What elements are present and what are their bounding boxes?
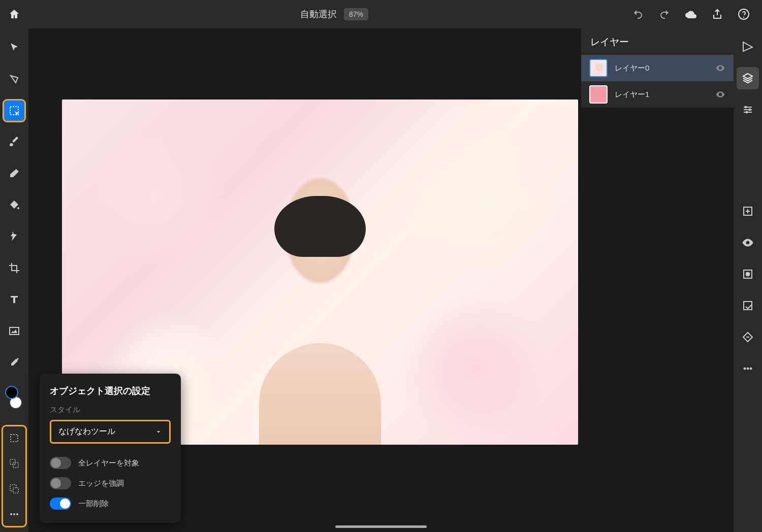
dropdown-value: なげなわツール <box>58 426 115 437</box>
toggle-label: エッジを強調 <box>78 479 124 488</box>
layers-panel-title: レイヤー <box>581 28 734 55</box>
layer-row[interactable]: レイヤー1 <box>581 81 734 108</box>
more-tools[interactable] <box>4 506 24 523</box>
undo-icon[interactable] <box>632 8 644 20</box>
svg-point-8 <box>10 513 12 515</box>
toggle-row: 全レイヤーを対象 <box>50 453 171 473</box>
cloud-icon[interactable] <box>685 8 697 20</box>
properties-icon[interactable] <box>737 36 759 58</box>
delete-icon[interactable] <box>737 326 759 348</box>
redo-icon[interactable] <box>658 8 671 20</box>
selection-tool[interactable] <box>4 101 24 121</box>
visibility-icon[interactable] <box>715 63 725 73</box>
clip-icon[interactable] <box>737 294 759 317</box>
toggle-row: エッジを強調 <box>50 473 171 493</box>
layer-thumbnail <box>589 85 608 104</box>
popover-title: オブジェクト選択の設定 <box>50 385 171 397</box>
help-icon[interactable] <box>738 8 750 20</box>
svg-rect-2 <box>10 327 19 335</box>
svg-point-19 <box>747 368 749 370</box>
left-toolbar <box>0 28 28 532</box>
svg-point-18 <box>744 368 746 370</box>
healing-tool[interactable] <box>4 226 24 247</box>
svg-point-9 <box>13 513 15 515</box>
svg-point-20 <box>750 368 752 370</box>
svg-rect-3 <box>11 435 18 442</box>
selection-sub-tools <box>3 426 25 526</box>
chevron-down-icon <box>155 428 162 436</box>
svg-point-16 <box>746 272 750 276</box>
add-layer-icon[interactable] <box>737 200 759 222</box>
crop-tool[interactable] <box>4 258 24 278</box>
layer-name: レイヤー1 <box>615 90 708 99</box>
fill-tool[interactable] <box>4 195 24 215</box>
place-image-tool[interactable] <box>4 321 24 341</box>
selection-settings-popover: オブジェクト選択の設定 スタイル なげなわツール 全レイヤーを対象 エッジを強調… <box>40 374 181 523</box>
add-select-tool[interactable] <box>4 455 24 472</box>
visibility-rail-icon[interactable] <box>737 231 759 254</box>
all-layers-toggle[interactable] <box>50 457 71 469</box>
toggle-label: 一部削除 <box>78 499 109 509</box>
style-dropdown[interactable]: なげなわツール <box>50 420 171 444</box>
layers-icon[interactable] <box>737 67 759 89</box>
style-label: スタイル <box>50 405 171 415</box>
more-rail-icon[interactable] <box>737 357 759 380</box>
eyedropper-tool[interactable] <box>4 352 24 373</box>
adjustments-icon[interactable] <box>737 98 759 121</box>
brush-tool[interactable] <box>4 132 24 152</box>
layer-row[interactable]: レイヤー0 <box>581 55 734 81</box>
move-tool[interactable] <box>4 38 24 58</box>
svg-rect-7 <box>13 488 18 493</box>
edge-enhance-toggle[interactable] <box>50 477 71 489</box>
tool-name: 自動選択 <box>300 8 337 20</box>
home-icon[interactable] <box>8 8 20 20</box>
home-indicator <box>335 525 427 528</box>
visibility-icon[interactable] <box>715 89 725 99</box>
svg-point-13 <box>746 111 748 113</box>
layer-thumbnail <box>589 59 608 77</box>
color-swatches[interactable] <box>5 386 23 409</box>
toggle-label: 全レイヤーを対象 <box>78 458 139 468</box>
subtract-toggle[interactable] <box>50 497 71 510</box>
subtract-select-tool[interactable] <box>4 480 24 497</box>
rect-select-tool[interactable] <box>4 429 24 447</box>
foreground-color[interactable] <box>5 386 18 399</box>
svg-point-11 <box>745 106 747 108</box>
toggle-row: 一部削除 <box>50 493 171 514</box>
mask-icon[interactable] <box>737 263 759 285</box>
layers-panel: レイヤー レイヤー0 レイヤー1 <box>581 28 734 108</box>
topbar: 自動選択 87% <box>0 0 762 28</box>
svg-point-12 <box>749 109 751 111</box>
share-icon[interactable] <box>711 8 723 20</box>
layer-name: レイヤー0 <box>615 63 708 73</box>
eraser-tool[interactable] <box>4 163 24 184</box>
transform-tool[interactable] <box>4 69 24 89</box>
text-tool[interactable] <box>4 289 24 310</box>
svg-point-10 <box>16 513 18 515</box>
zoom-badge[interactable]: 87% <box>344 8 368 20</box>
right-rail <box>734 28 762 532</box>
